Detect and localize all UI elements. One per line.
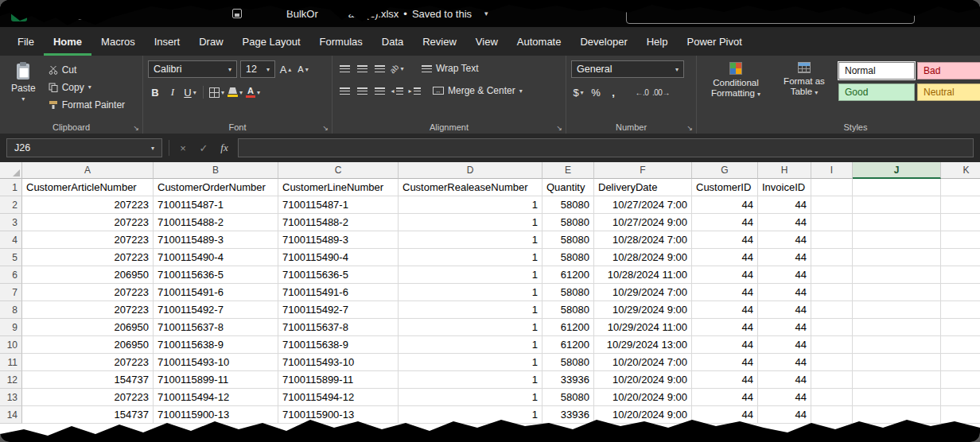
cell-B10[interactable]: 7100115638-9: [154, 336, 278, 354]
cell-E3[interactable]: 58080: [542, 214, 594, 231]
cell-B9[interactable]: 7100115637-8: [154, 319, 278, 336]
cell-C7[interactable]: 7100115491-6: [278, 284, 399, 301]
cell-D6[interactable]: 1: [399, 266, 542, 284]
cell-style-good[interactable]: Good: [838, 83, 915, 101]
conditional-formatting-button[interactable]: Conditional Formatting ▾: [702, 60, 770, 119]
font-family-select[interactable]: Calibri ▾: [148, 60, 237, 78]
cell-B11[interactable]: 7100115493-10: [154, 354, 278, 371]
cell-D7[interactable]: 1: [399, 284, 542, 301]
cell-I10[interactable]: [811, 336, 853, 354]
cell-D14[interactable]: 1: [399, 406, 542, 424]
menu-tab-file[interactable]: File: [8, 27, 44, 56]
cell-F4[interactable]: 10/28/2024 7:00: [594, 231, 692, 249]
cell-C10[interactable]: 7100115638-9: [278, 336, 399, 354]
clipboard-dialog-launcher-icon[interactable]: ↘: [133, 124, 139, 132]
cell-C12[interactable]: 7100115899-11: [278, 371, 399, 389]
search-box[interactable]: [626, 3, 915, 24]
cell-B7[interactable]: 7100115491-6: [154, 284, 278, 301]
percent-format-button[interactable]: %: [589, 84, 603, 100]
italic-button[interactable]: I: [165, 84, 180, 100]
formula-input[interactable]: [238, 138, 974, 157]
cell-G1[interactable]: CustomerID: [692, 179, 758, 196]
font-dialog-launcher-icon[interactable]: ↘: [322, 124, 329, 132]
column-header-F[interactable]: F: [594, 162, 692, 179]
cell-D11[interactable]: 1: [399, 354, 542, 371]
cell-E10[interactable]: 61200: [542, 336, 594, 354]
cell-D5[interactable]: 1: [399, 249, 542, 266]
cell-B6[interactable]: 7100115636-5: [154, 266, 278, 284]
wrap-text-button[interactable]: Wrap Text: [422, 61, 479, 76]
cell-H1[interactable]: InvoiceID: [758, 179, 811, 196]
cell-C2[interactable]: 7100115487-1: [278, 196, 399, 214]
format-painter-button[interactable]: Format Painter: [49, 97, 125, 112]
cell-E5[interactable]: 58080: [542, 249, 594, 266]
column-header-I[interactable]: I: [811, 162, 853, 179]
cell-B5[interactable]: 7100115490-4: [154, 249, 278, 266]
cell-C3[interactable]: 7100115488-2: [278, 214, 399, 231]
format-as-table-button[interactable]: Format as Table ▾: [775, 60, 834, 119]
cell-I1[interactable]: [811, 179, 853, 196]
comma-format-button[interactable]: ,: [606, 84, 620, 100]
cell-K13[interactable]: [941, 389, 980, 406]
cell-K4[interactable]: [941, 231, 980, 249]
cell-H5[interactable]: 44: [758, 249, 811, 266]
cell-K12[interactable]: [941, 371, 980, 389]
cell-F12[interactable]: 10/20/2024 9:00: [594, 371, 692, 389]
increase-font-size-button[interactable]: A▴: [278, 61, 293, 77]
paste-button[interactable]: Paste ▾: [5, 60, 42, 119]
cell-J6[interactable]: [853, 266, 941, 284]
cell-G9[interactable]: 44: [692, 319, 758, 336]
underline-button[interactable]: U▾: [183, 84, 197, 100]
autosave-toggle[interactable]: [68, 8, 105, 20]
cell-K10[interactable]: [941, 336, 980, 354]
cell-B8[interactable]: 7100115492-7: [154, 301, 278, 319]
cell-C8[interactable]: 7100115492-7: [278, 301, 399, 319]
menu-tab-data[interactable]: Data: [372, 27, 413, 56]
cell-D8[interactable]: 1: [399, 301, 542, 319]
cell-F11[interactable]: 10/20/2024 7:00: [594, 354, 692, 371]
cell-I12[interactable]: [811, 371, 853, 389]
cell-F8[interactable]: 10/29/2024 9:00: [594, 301, 692, 319]
column-header-G[interactable]: G: [692, 162, 758, 179]
cell-A10[interactable]: 206950: [22, 336, 154, 354]
cell-G12[interactable]: 44: [692, 371, 758, 389]
number-dialog-launcher-icon[interactable]: ↘: [686, 124, 693, 132]
cell-I9[interactable]: [811, 319, 853, 336]
cell-H4[interactable]: 44: [758, 231, 811, 249]
orientation-button[interactable]: ab▾: [390, 60, 404, 76]
cell-F7[interactable]: 10/29/2024 7:00: [594, 284, 692, 301]
cell-K14[interactable]: [941, 406, 980, 424]
column-header-J[interactable]: J: [853, 162, 941, 179]
menu-tab-review[interactable]: Review: [413, 27, 466, 56]
cell-E6[interactable]: 61200: [542, 266, 594, 284]
cell-B4[interactable]: 7100115489-3: [154, 231, 278, 249]
cell-H10[interactable]: 44: [758, 336, 811, 354]
decrease-indent-button[interactable]: ◂: [390, 83, 404, 99]
cell-H6[interactable]: 44: [758, 266, 811, 284]
cell-B13[interactable]: 7100115494-12: [154, 389, 278, 406]
cell-C5[interactable]: 7100115490-4: [278, 249, 399, 266]
column-header-E[interactable]: E: [542, 162, 594, 179]
cell-E1[interactable]: Quantity: [542, 179, 594, 196]
cell-E9[interactable]: 61200: [542, 319, 594, 336]
cell-E13[interactable]: 58080: [542, 389, 594, 406]
cell-J2[interactable]: [853, 196, 941, 214]
cell-B2[interactable]: 7100115487-1: [154, 196, 278, 214]
increase-indent-button[interactable]: ▸: [407, 83, 422, 99]
row-header-3[interactable]: 3: [0, 214, 22, 231]
merge-center-button[interactable]: ↔ Merge & Center ▾: [433, 83, 523, 99]
cell-D3[interactable]: 1: [399, 214, 542, 231]
cell-I13[interactable]: [811, 389, 853, 406]
cell-I8[interactable]: [811, 301, 853, 319]
cell-H13[interactable]: 44: [758, 389, 811, 406]
cell-F10[interactable]: 10/29/2024 13:00: [594, 336, 692, 354]
cell-K11[interactable]: [941, 354, 980, 371]
align-center-button[interactable]: [355, 83, 369, 99]
column-header-B[interactable]: B: [154, 162, 278, 179]
cell-C4[interactable]: 7100115489-3: [278, 231, 399, 249]
enter-button[interactable]: ✓: [196, 142, 211, 154]
cell-F2[interactable]: 10/27/2024 7:00: [594, 196, 692, 214]
row-header-10[interactable]: 10: [0, 336, 22, 354]
cell-H2[interactable]: 44: [758, 196, 811, 214]
cell-A11[interactable]: 207223: [22, 354, 154, 371]
